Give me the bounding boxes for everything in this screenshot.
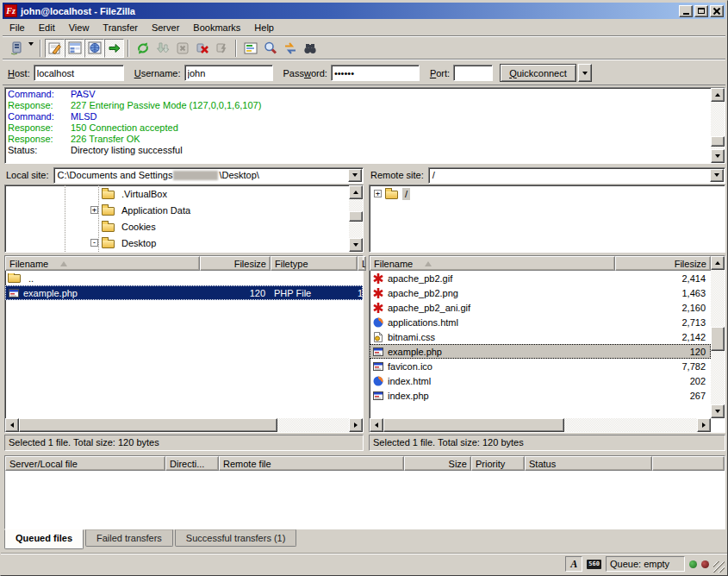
local-site-combo[interactable]: C:\Documents and Settings\Desktop\ bbox=[53, 167, 364, 184]
remote-file-row[interactable]: favicon.ico 7,782 bbox=[370, 359, 711, 373]
port-input[interactable] bbox=[453, 65, 493, 81]
remote-file-row[interactable]: index.html 202 bbox=[370, 373, 711, 388]
remote-file-row[interactable]: apache_pb2.png 1,463 bbox=[370, 285, 711, 300]
directory-comparison-button[interactable] bbox=[260, 39, 280, 58]
column-header-status[interactable]: Status bbox=[525, 456, 652, 471]
disconnect-button[interactable] bbox=[192, 39, 212, 58]
column-header-filesize[interactable]: Filesize bbox=[200, 256, 271, 271]
tree-expander-plus[interactable]: + bbox=[374, 190, 382, 197]
scroll-thumb[interactable] bbox=[711, 327, 725, 351]
remote-file-row-selected[interactable]: example.php 120 bbox=[370, 344, 711, 359]
tree-item-application-data[interactable]: + Application Data bbox=[5, 202, 363, 218]
menu-file[interactable]: File bbox=[3, 20, 32, 35]
cancel-button[interactable] bbox=[172, 39, 192, 58]
close-icon bbox=[713, 8, 720, 15]
remote-file-row[interactable]: apache_pb2.gif 2,414 bbox=[370, 271, 711, 285]
remote-file-row[interactable]: bitnami.css 2,142 bbox=[370, 329, 711, 344]
scroll-down-button[interactable] bbox=[711, 404, 725, 418]
tree-expander-plus[interactable]: + bbox=[90, 206, 98, 214]
scroll-left-button[interactable] bbox=[5, 418, 19, 432]
tree-expander[interactable] bbox=[90, 190, 98, 197]
filter-button[interactable] bbox=[240, 39, 260, 58]
menu-transfer[interactable]: Transfer bbox=[96, 20, 145, 35]
local-file-row-example-php[interactable]: example.php 120 PHP File 1 bbox=[5, 285, 363, 300]
refresh-button[interactable] bbox=[133, 39, 152, 58]
scroll-down-button[interactable] bbox=[711, 149, 725, 163]
maximize-button[interactable] bbox=[694, 5, 708, 17]
scroll-up-button[interactable] bbox=[711, 256, 725, 270]
toggle-queue-button[interactable] bbox=[104, 39, 124, 58]
scroll-right-button[interactable] bbox=[349, 418, 363, 432]
local-site-combo-button[interactable] bbox=[348, 169, 362, 182]
toggle-message-log-button[interactable] bbox=[45, 39, 65, 58]
speed-limits-icon[interactable]: 560 bbox=[587, 560, 601, 569]
scroll-up-button[interactable] bbox=[711, 88, 725, 102]
column-header-server-local-file[interactable]: Server/Local file bbox=[5, 456, 165, 471]
minimize-button[interactable] bbox=[679, 5, 693, 17]
local-list-hscrollbar[interactable] bbox=[5, 418, 363, 432]
tab-queued-files[interactable]: Queued files bbox=[4, 529, 84, 549]
column-header-direction[interactable]: Directi... bbox=[165, 456, 219, 471]
toggle-local-tree-button[interactable] bbox=[65, 39, 84, 58]
tab-failed-transfers[interactable]: Failed transfers bbox=[85, 529, 173, 547]
tree-item-root[interactable]: + / bbox=[370, 185, 725, 202]
remote-site-combo[interactable]: / bbox=[428, 167, 725, 184]
toggle-remote-tree-button[interactable] bbox=[84, 39, 104, 58]
scroll-thumb[interactable] bbox=[19, 418, 277, 432]
menu-view[interactable]: View bbox=[62, 20, 96, 35]
username-input[interactable] bbox=[184, 65, 273, 81]
tree-item-desktop[interactable]: - Desktop bbox=[5, 235, 363, 251]
tree-item-cookies[interactable]: Cookies bbox=[5, 218, 363, 235]
column-header-remote-file[interactable]: Remote file bbox=[219, 456, 404, 471]
arrow-up-icon bbox=[715, 91, 720, 97]
scroll-thumb[interactable] bbox=[711, 136, 725, 147]
remote-list-hscrollbar[interactable] bbox=[370, 418, 711, 432]
quickconnect-button[interactable]: Quickconnect bbox=[500, 64, 576, 82]
reconnect-button[interactable] bbox=[212, 39, 232, 58]
menu-edit[interactable]: Edit bbox=[32, 20, 62, 35]
local-file-row-parent[interactable]: .. bbox=[5, 271, 363, 285]
site-manager-dropdown[interactable] bbox=[26, 39, 36, 58]
scroll-up-button[interactable] bbox=[349, 185, 363, 199]
menu-help[interactable]: Help bbox=[247, 20, 281, 35]
remote-file-row[interactable]: index.php 267 bbox=[370, 388, 711, 403]
tree-item-virtualbox[interactable]: .VirtualBox bbox=[5, 185, 363, 202]
site-manager-button[interactable] bbox=[6, 39, 26, 58]
column-header-filesize[interactable]: Filesize bbox=[615, 256, 711, 271]
local-tree-scrollbar[interactable] bbox=[349, 185, 363, 252]
log-line: Status:Directory listing successful bbox=[5, 145, 725, 156]
resize-grip[interactable] bbox=[713, 561, 725, 573]
remote-list-vscrollbar[interactable] bbox=[711, 256, 725, 418]
binoculars-icon bbox=[302, 41, 318, 56]
tab-successful-transfers[interactable]: Successful transfers (1) bbox=[175, 529, 297, 547]
column-header-size[interactable]: Size bbox=[404, 456, 471, 471]
arrow-up-icon bbox=[353, 188, 358, 194]
tree-expander-minus[interactable]: - bbox=[90, 239, 98, 247]
column-header-filetype[interactable]: Filetype bbox=[271, 256, 358, 271]
menu-server[interactable]: Server bbox=[145, 20, 186, 35]
process-queue-button[interactable] bbox=[152, 39, 172, 58]
quickconnect-dropdown[interactable] bbox=[578, 64, 592, 82]
message-log-scrollbar[interactable] bbox=[711, 88, 725, 163]
tree-expander[interactable] bbox=[90, 222, 98, 230]
scroll-down-button[interactable] bbox=[349, 238, 363, 252]
find-files-button[interactable] bbox=[300, 39, 320, 58]
synchronized-browsing-button[interactable] bbox=[280, 39, 300, 58]
remote-site-combo-button[interactable] bbox=[710, 169, 724, 182]
host-input[interactable] bbox=[34, 65, 124, 81]
scroll-right-button[interactable] bbox=[697, 418, 711, 432]
remote-file-row[interactable]: apache_pb2_ani.gif 2,160 bbox=[370, 300, 711, 315]
scroll-thumb[interactable] bbox=[383, 418, 564, 432]
menu-bookmarks[interactable]: Bookmarks bbox=[186, 20, 247, 35]
scroll-left-button[interactable] bbox=[370, 418, 383, 432]
remote-file-row[interactable]: applications.html 2,713 bbox=[370, 315, 711, 329]
html-file-icon bbox=[372, 375, 384, 387]
scroll-thumb[interactable] bbox=[349, 211, 363, 222]
column-header-filename[interactable]: Filename bbox=[370, 256, 615, 271]
close-button[interactable] bbox=[710, 5, 724, 17]
column-header-modified[interactable]: L bbox=[358, 256, 366, 271]
column-header-filename[interactable]: Filename bbox=[5, 256, 200, 271]
column-header-priority[interactable]: Priority bbox=[471, 456, 525, 471]
transfer-type-indicator[interactable]: A bbox=[565, 556, 582, 572]
password-input[interactable] bbox=[331, 65, 420, 81]
